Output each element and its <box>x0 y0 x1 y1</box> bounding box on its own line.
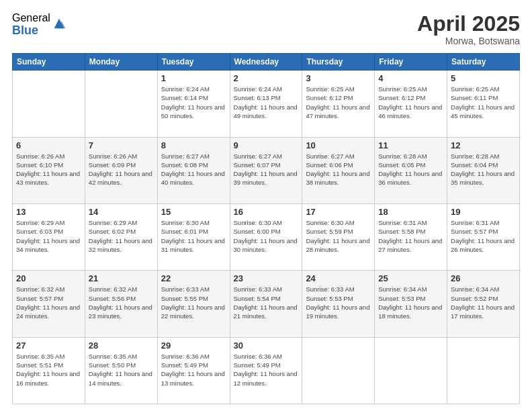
day-info: Sunrise: 6:28 AM Sunset: 6:05 PM Dayligh… <box>378 152 443 187</box>
table-row: 13Sunrise: 6:29 AM Sunset: 6:03 PM Dayli… <box>13 203 85 270</box>
day-number: 10 <box>306 140 371 150</box>
day-number: 21 <box>89 273 154 283</box>
table-row: 21Sunrise: 6:32 AM Sunset: 5:56 PM Dayli… <box>85 271 157 337</box>
table-row: 22Sunrise: 6:33 AM Sunset: 5:55 PM Dayli… <box>157 271 230 337</box>
day-number: 4 <box>378 73 443 83</box>
day-number: 9 <box>234 140 299 150</box>
day-number: 6 <box>16 140 81 150</box>
day-info: Sunrise: 6:32 AM Sunset: 5:57 PM Dayligh… <box>16 285 81 320</box>
day-info: Sunrise: 6:24 AM Sunset: 6:13 PM Dayligh… <box>234 85 299 120</box>
day-number: 16 <box>234 207 299 217</box>
calendar-week-row: 27Sunrise: 6:35 AM Sunset: 5:51 PM Dayli… <box>13 337 520 404</box>
month-title: April 2025 <box>417 12 520 36</box>
day-info: Sunrise: 6:30 AM Sunset: 6:01 PM Dayligh… <box>161 218 226 254</box>
day-info: Sunrise: 6:26 AM Sunset: 6:10 PM Dayligh… <box>16 152 81 187</box>
table-row <box>302 337 375 404</box>
table-row: 28Sunrise: 6:35 AM Sunset: 5:50 PM Dayli… <box>85 337 157 404</box>
day-info: Sunrise: 6:36 AM Sunset: 5:49 PM Dayligh… <box>234 352 299 387</box>
day-info: Sunrise: 6:33 AM Sunset: 5:53 PM Dayligh… <box>306 285 371 320</box>
day-number: 12 <box>451 140 516 150</box>
day-number: 29 <box>161 340 226 351</box>
day-number: 28 <box>89 340 154 351</box>
day-number: 17 <box>306 207 371 217</box>
page: General Blue April 2025 Morwa, Botswana … <box>0 0 532 411</box>
day-number: 13 <box>16 207 81 217</box>
day-number: 7 <box>89 140 154 150</box>
day-number: 24 <box>306 273 371 283</box>
table-row: 12Sunrise: 6:28 AM Sunset: 6:04 PM Dayli… <box>447 137 520 203</box>
day-info: Sunrise: 6:33 AM Sunset: 5:54 PM Dayligh… <box>234 285 299 320</box>
logo: General Blue <box>12 12 66 37</box>
col-wednesday: Wednesday <box>230 54 302 71</box>
day-number: 14 <box>89 207 154 217</box>
table-row: 8Sunrise: 6:27 AM Sunset: 6:08 PM Daylig… <box>157 137 230 203</box>
day-number: 8 <box>161 140 226 150</box>
day-info: Sunrise: 6:34 AM Sunset: 5:53 PM Dayligh… <box>378 285 443 320</box>
day-info: Sunrise: 6:25 AM Sunset: 6:12 PM Dayligh… <box>306 85 371 120</box>
day-number: 1 <box>161 73 226 83</box>
table-row: 30Sunrise: 6:36 AM Sunset: 5:49 PM Dayli… <box>230 337 302 404</box>
table-row: 15Sunrise: 6:30 AM Sunset: 6:01 PM Dayli… <box>157 203 230 270</box>
day-info: Sunrise: 6:31 AM Sunset: 5:57 PM Dayligh… <box>451 218 516 254</box>
col-sunday: Sunday <box>13 54 85 71</box>
day-number: 19 <box>451 207 516 217</box>
table-row: 9Sunrise: 6:27 AM Sunset: 6:07 PM Daylig… <box>230 137 302 203</box>
table-row: 27Sunrise: 6:35 AM Sunset: 5:51 PM Dayli… <box>13 337 85 404</box>
logo-general: General <box>12 12 50 24</box>
day-info: Sunrise: 6:31 AM Sunset: 5:58 PM Dayligh… <box>378 218 443 254</box>
calendar-week-row: 1Sunrise: 6:24 AM Sunset: 6:14 PM Daylig… <box>13 71 520 137</box>
table-row: 23Sunrise: 6:33 AM Sunset: 5:54 PM Dayli… <box>230 271 302 337</box>
col-monday: Monday <box>85 54 157 71</box>
calendar-week-row: 20Sunrise: 6:32 AM Sunset: 5:57 PM Dayli… <box>13 271 520 337</box>
day-number: 25 <box>378 273 443 283</box>
day-info: Sunrise: 6:29 AM Sunset: 6:03 PM Dayligh… <box>16 218 81 254</box>
day-number: 27 <box>16 340 81 351</box>
day-info: Sunrise: 6:34 AM Sunset: 5:52 PM Dayligh… <box>451 285 516 320</box>
table-row: 7Sunrise: 6:26 AM Sunset: 6:09 PM Daylig… <box>85 137 157 203</box>
calendar-week-row: 13Sunrise: 6:29 AM Sunset: 6:03 PM Dayli… <box>13 203 520 270</box>
day-info: Sunrise: 6:36 AM Sunset: 5:49 PM Dayligh… <box>161 352 226 387</box>
day-info: Sunrise: 6:35 AM Sunset: 5:51 PM Dayligh… <box>16 352 81 387</box>
table-row: 5Sunrise: 6:25 AM Sunset: 6:11 PM Daylig… <box>447 71 520 137</box>
day-info: Sunrise: 6:30 AM Sunset: 6:00 PM Dayligh… <box>234 218 299 254</box>
day-number: 22 <box>161 273 226 283</box>
day-number: 5 <box>451 73 516 83</box>
table-row: 16Sunrise: 6:30 AM Sunset: 6:00 PM Dayli… <box>230 203 302 270</box>
day-number: 26 <box>451 273 516 283</box>
table-row: 20Sunrise: 6:32 AM Sunset: 5:57 PM Dayli… <box>13 271 85 337</box>
col-friday: Friday <box>375 54 447 71</box>
table-row: 2Sunrise: 6:24 AM Sunset: 6:13 PM Daylig… <box>230 71 302 137</box>
table-row: 14Sunrise: 6:29 AM Sunset: 6:02 PM Dayli… <box>85 203 157 270</box>
day-number: 3 <box>306 73 371 83</box>
day-number: 15 <box>161 207 226 217</box>
day-info: Sunrise: 6:25 AM Sunset: 6:11 PM Dayligh… <box>451 85 516 120</box>
table-row: 1Sunrise: 6:24 AM Sunset: 6:14 PM Daylig… <box>157 71 230 137</box>
table-row <box>85 71 157 137</box>
header: General Blue April 2025 Morwa, Botswana <box>12 12 520 46</box>
day-number: 18 <box>378 207 443 217</box>
table-row: 17Sunrise: 6:30 AM Sunset: 5:59 PM Dayli… <box>302 203 375 270</box>
day-info: Sunrise: 6:27 AM Sunset: 6:07 PM Dayligh… <box>234 152 299 187</box>
logo-text: General Blue <box>12 12 50 37</box>
table-row: 6Sunrise: 6:26 AM Sunset: 6:10 PM Daylig… <box>13 137 85 203</box>
table-row: 10Sunrise: 6:27 AM Sunset: 6:06 PM Dayli… <box>302 137 375 203</box>
table-row <box>13 71 85 137</box>
day-info: Sunrise: 6:25 AM Sunset: 6:12 PM Dayligh… <box>378 85 443 120</box>
day-number: 20 <box>16 273 81 283</box>
table-row: 4Sunrise: 6:25 AM Sunset: 6:12 PM Daylig… <box>375 71 447 137</box>
table-row: 25Sunrise: 6:34 AM Sunset: 5:53 PM Dayli… <box>375 271 447 337</box>
col-saturday: Saturday <box>447 54 520 71</box>
table-row: 24Sunrise: 6:33 AM Sunset: 5:53 PM Dayli… <box>302 271 375 337</box>
logo-blue: Blue <box>12 24 50 38</box>
table-row: 11Sunrise: 6:28 AM Sunset: 6:05 PM Dayli… <box>375 137 447 203</box>
day-info: Sunrise: 6:32 AM Sunset: 5:56 PM Dayligh… <box>89 285 154 320</box>
table-row: 18Sunrise: 6:31 AM Sunset: 5:58 PM Dayli… <box>375 203 447 270</box>
day-number: 11 <box>378 140 443 150</box>
day-number: 30 <box>234 340 299 351</box>
table-row: 26Sunrise: 6:34 AM Sunset: 5:52 PM Dayli… <box>447 271 520 337</box>
table-row: 3Sunrise: 6:25 AM Sunset: 6:12 PM Daylig… <box>302 71 375 137</box>
logo-icon <box>52 16 66 31</box>
table-row: 19Sunrise: 6:31 AM Sunset: 5:57 PM Dayli… <box>447 203 520 270</box>
calendar-week-row: 6Sunrise: 6:26 AM Sunset: 6:10 PM Daylig… <box>13 137 520 203</box>
location: Morwa, Botswana <box>417 36 520 46</box>
